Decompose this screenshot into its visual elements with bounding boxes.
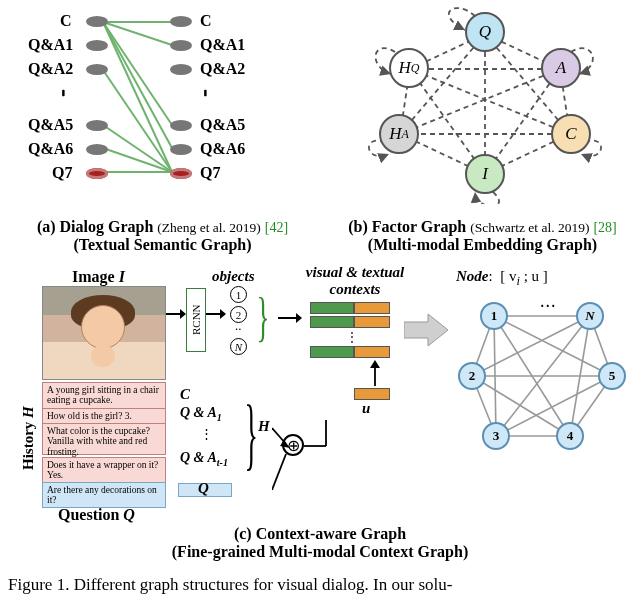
- history-qa3: Does it have a wrapper on it? Yes.: [42, 457, 166, 484]
- cap-sub: (Fine-grained Multi-modal Context Graph): [172, 543, 468, 560]
- fg-node-HA: HA: [379, 114, 419, 154]
- ellipsis-icon: ⋮: [346, 330, 358, 345]
- svg-marker-27: [220, 309, 226, 319]
- figure-canvas: C Q&A1 Q&A2 ... Q&A5 Q&A6 Q7 C Q&A1 Q&A2…: [0, 0, 640, 595]
- ca-node: 2: [458, 362, 486, 390]
- arrow-icon: [166, 304, 186, 324]
- I-symbol: I: [119, 268, 125, 285]
- txt: Image: [72, 268, 115, 285]
- dg-node-label: Q&A2: [200, 60, 245, 78]
- dg-node-label: Q&A1: [200, 36, 245, 54]
- dg-node: [86, 144, 108, 155]
- ellipsis-icon: ⋮: [200, 426, 213, 442]
- ellipsis-icon: ...: [205, 89, 213, 95]
- ellipsis-icon: ··: [235, 326, 242, 331]
- dg-node-label: Q&A5: [200, 116, 245, 134]
- hands-shape: [91, 345, 115, 367]
- question-box: Are there any decorations on it?: [42, 482, 166, 508]
- figure-caption: Figure 1. Different graph structures for…: [8, 575, 452, 595]
- svg-marker-38: [404, 314, 448, 346]
- question-label: Question Q: [58, 506, 135, 524]
- arrow-icon: [206, 304, 226, 324]
- dg-node: [170, 40, 192, 51]
- label: Q: [479, 22, 491, 42]
- label: C: [565, 124, 576, 144]
- ca-node: 1: [480, 302, 508, 330]
- ca-node: 4: [556, 422, 584, 450]
- H-brace-label: H: [258, 418, 270, 435]
- dg-node-label: Q&A1: [28, 36, 73, 54]
- brace-icon: }: [244, 388, 257, 479]
- Q-symbol: Q: [123, 506, 135, 523]
- ellipsis-icon: ...: [63, 89, 71, 95]
- dg-node: [86, 120, 108, 131]
- context-complete-graph: 1 N 2 5 3 4 ···: [452, 288, 632, 458]
- arrow-up-icon: [368, 360, 382, 386]
- label: H: [399, 58, 411, 78]
- dg-node-label: Q7: [52, 164, 72, 182]
- object-node: N: [230, 338, 247, 355]
- cap-bold: (a) Dialog Graph: [37, 218, 153, 235]
- svg-line-2: [103, 22, 172, 125]
- fg-node-HQ: HQ: [389, 48, 429, 88]
- dg-current-node: [170, 168, 192, 179]
- context-aware-graph-panel: Image I History H A young girl sitting i…: [0, 270, 640, 565]
- dg-current-node: [86, 168, 108, 179]
- sample-image: [42, 286, 166, 380]
- dg-node: [86, 64, 108, 75]
- ca-node: N: [576, 302, 604, 330]
- dg-node-label: C: [60, 12, 72, 30]
- history-label: History H: [20, 406, 37, 470]
- big-arrow-icon: [404, 312, 448, 348]
- txt: Question: [58, 506, 119, 523]
- txt: History: [20, 422, 36, 470]
- history-caption: A young girl sitting in a chair eating a…: [42, 382, 166, 409]
- caption-c: (c) Context-aware Graph (Fine-grained Mu…: [0, 525, 640, 561]
- label: I: [482, 164, 488, 184]
- cap-sub: (Multi-modal Embedding Graph): [368, 236, 597, 253]
- sub: A: [401, 127, 408, 142]
- cap-sub: (Textual Semantic Graph): [73, 236, 251, 253]
- cap-bold: (c) Context-aware Graph: [234, 525, 406, 542]
- ca-node: 5: [598, 362, 626, 390]
- Q-bar-label: Q: [198, 480, 209, 497]
- face-shape: [81, 305, 125, 349]
- brace-icon: }: [256, 286, 269, 348]
- QA1-symbol: Q & A1: [180, 405, 222, 423]
- ca-node: 3: [482, 422, 510, 450]
- dg-node-label: C: [200, 12, 212, 30]
- cap-ref: (Zheng et al. 2019): [157, 220, 260, 235]
- arrow-icon: [278, 308, 302, 328]
- caption-b: (b) Factor Graph (Schwartz et al. 2019) …: [330, 218, 635, 254]
- svg-marker-37: [370, 360, 380, 368]
- object-node: 1: [230, 286, 247, 303]
- u-label: u: [362, 400, 370, 417]
- dg-node: [170, 144, 192, 155]
- dg-node-label: Q&A5: [28, 116, 73, 134]
- cap-cite: [42]: [265, 220, 288, 235]
- cap-bold: (b) Factor Graph: [348, 218, 466, 235]
- fg-node-I: I: [465, 154, 505, 194]
- dg-node: [86, 40, 108, 51]
- dg-node-label: Q&A6: [200, 140, 245, 158]
- factor-graph: Q A C I HA HQ: [335, 4, 635, 214]
- svg-marker-29: [296, 313, 302, 323]
- dg-node: [170, 16, 192, 27]
- label: H: [389, 124, 401, 144]
- fg-node-Q: Q: [465, 12, 505, 52]
- svg-line-32: [272, 454, 286, 490]
- C-symbol: C: [180, 386, 190, 403]
- history-qa1: How old is the girl? 3.: [42, 408, 166, 424]
- QAt-symbol: Q & At-1: [180, 450, 228, 468]
- dg-node: [170, 64, 192, 75]
- dg-node-label: Q&A2: [28, 60, 73, 78]
- fg-node-C: C: [551, 114, 591, 154]
- dg-node: [170, 120, 192, 131]
- ellipsis-icon: ···: [540, 296, 557, 317]
- image-label: Image I: [72, 268, 125, 286]
- fg-node-A: A: [541, 48, 581, 88]
- label: A: [556, 58, 566, 78]
- dialog-graph: C Q&A1 Q&A2 ... Q&A5 Q&A6 Q7 C Q&A1 Q&A2…: [10, 8, 315, 218]
- caption-a: (a) Dialog Graph (Zheng et al. 2019) [42…: [10, 218, 315, 254]
- node-label: Node: [ vi ; u ]: [456, 268, 548, 289]
